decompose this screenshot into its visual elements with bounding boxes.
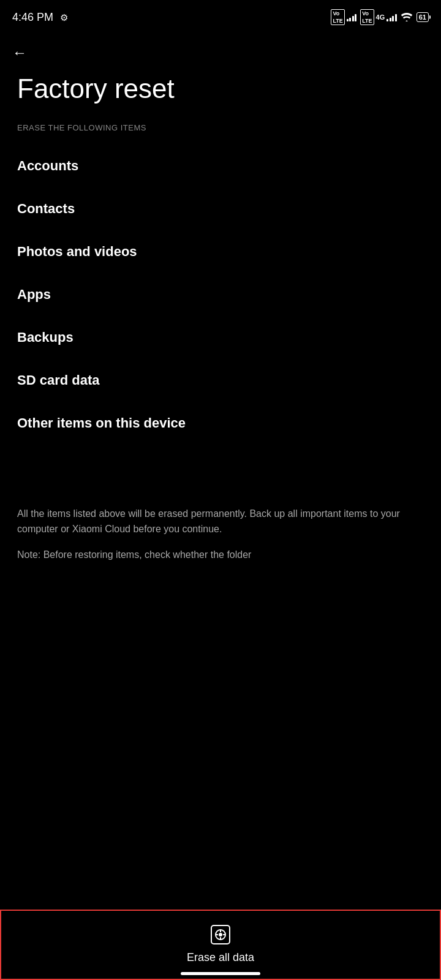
settings-icon: ⚙	[60, 12, 68, 23]
warning-note-text: Note: Before restoring items, check whet…	[17, 547, 424, 563]
section-header: ERASE THE FOLLOWING ITEMS	[0, 123, 441, 145]
page-title: Factory reset	[0, 67, 441, 123]
status-time: 4:46 PM	[12, 11, 53, 23]
svg-point-2	[219, 933, 222, 936]
sim2-signal: VoLTE 4G	[360, 9, 397, 25]
erase-item-other-items: Other items on this device	[17, 402, 424, 445]
warning-section: All the items listed above will be erase…	[0, 481, 441, 575]
4g-badge: 4G	[376, 13, 385, 21]
status-icons: VoLTE VoLTE 4G 61	[331, 9, 429, 25]
erase-icon	[208, 922, 233, 948]
sim2-bars	[386, 13, 397, 21]
volte2-badge: VoLTE	[360, 9, 374, 25]
volte1-badge: VoLTE	[331, 9, 344, 25]
status-bar: 4:46 PM ⚙ VoLTE VoLTE 4G 61	[0, 0, 441, 32]
erase-item-contacts: Contacts	[17, 187, 424, 230]
home-indicator	[181, 972, 260, 975]
sim1-bars	[347, 13, 357, 21]
status-time-area: 4:46 PM ⚙	[12, 11, 68, 24]
battery-indicator: 61	[417, 12, 429, 22]
wifi-icon	[401, 13, 413, 21]
warning-primary-text: All the items listed above will be erase…	[17, 506, 424, 537]
erase-button-label: Erase all data	[187, 951, 254, 964]
erase-items-list: AccountsContactsPhotos and videosAppsBac…	[0, 145, 441, 445]
erase-item-sd-card: SD card data	[17, 359, 424, 402]
erase-item-accounts: Accounts	[17, 145, 424, 187]
sim1-signal: VoLTE	[331, 9, 356, 25]
erase-item-photos-videos: Photos and videos	[17, 230, 424, 273]
erase-item-apps: Apps	[17, 273, 424, 316]
erase-item-backups: Backups	[17, 316, 424, 359]
back-arrow-icon: ←	[12, 44, 27, 61]
erase-all-data-button[interactable]: Erase all data	[0, 910, 441, 980]
back-button[interactable]: ←	[0, 32, 441, 67]
battery-level: 61	[419, 13, 426, 21]
